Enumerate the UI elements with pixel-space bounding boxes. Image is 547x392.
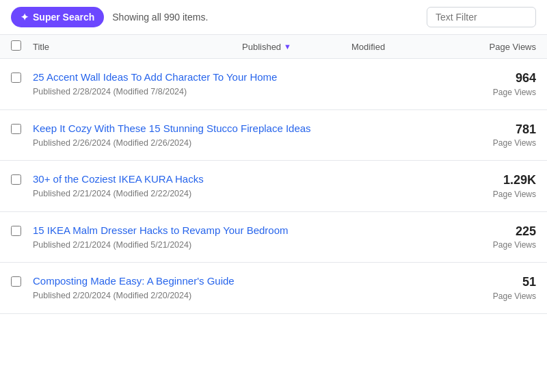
item-meta: Published 2/21/2024 (Modified 5/21/2024) — [33, 240, 191, 250]
pageviews-count: 51 — [461, 275, 536, 290]
pageviews-label: Page Views — [493, 190, 536, 199]
item-meta: Published 2/21/2024 (Modified 2/22/2024) — [33, 189, 191, 198]
pageviews-count: 225 — [461, 224, 536, 239]
table-header: Title Published ▼ Modified Page Views — [0, 35, 547, 59]
header-check-col — [11, 40, 33, 53]
list-item: Keep It Cozy With These 15 Stunning Stuc… — [0, 110, 547, 161]
item-checkbox-col — [11, 275, 33, 289]
item-title-link[interactable]: Keep It Cozy With These 15 Stunning Stuc… — [33, 122, 461, 134]
header-modified: Modified — [351, 42, 461, 52]
super-search-label: Super Search — [33, 12, 94, 23]
text-filter-input[interactable] — [427, 7, 536, 27]
header-pageviews: Page Views — [461, 42, 536, 52]
item-checkbox-col — [11, 71, 33, 85]
item-checkbox[interactable] — [11, 276, 21, 287]
item-checkbox[interactable] — [11, 226, 21, 236]
item-meta: Published 2/26/2024 (Modified 2/26/2024) — [33, 138, 191, 148]
header-title: Title — [33, 42, 242, 52]
item-checkbox-col — [11, 224, 33, 238]
item-title-link[interactable]: Composting Made Easy: A Beginner's Guide — [33, 275, 461, 287]
item-content: 30+ of the Coziest IKEA KURA Hacks Publi… — [33, 173, 461, 198]
item-checkbox[interactable] — [11, 174, 21, 185]
item-pageviews: 51 Page Views — [461, 275, 536, 301]
item-pageviews: 225 Page Views — [461, 224, 536, 250]
item-content: Composting Made Easy: A Beginner's Guide… — [33, 275, 461, 300]
item-content: 25 Accent Wall Ideas To Add Character To… — [33, 71, 461, 96]
item-content: Keep It Cozy With These 15 Stunning Stuc… — [33, 122, 461, 148]
pageviews-label: Page Views — [493, 291, 536, 301]
items-list: 25 Accent Wall Ideas To Add Character To… — [0, 59, 547, 314]
pageviews-label: Page Views — [493, 88, 536, 97]
item-meta: Published 2/20/2024 (Modified 2/20/2024) — [33, 291, 191, 300]
item-checkbox-col — [11, 122, 33, 136]
pageviews-label: Page Views — [493, 138, 536, 148]
item-pageviews: 964 Page Views — [461, 71, 536, 97]
header-published[interactable]: Published ▼ — [242, 42, 351, 52]
pageviews-count: 781 — [461, 122, 536, 138]
item-checkbox[interactable] — [11, 124, 21, 134]
item-title-link[interactable]: 30+ of the Coziest IKEA KURA Hacks — [33, 173, 461, 185]
item-pageviews: 1.29K Page Views — [461, 173, 536, 199]
item-title-link[interactable]: 15 IKEA Malm Dresser Hacks to Revamp You… — [33, 224, 461, 236]
item-pageviews: 781 Page Views — [461, 122, 536, 148]
list-item: 15 IKEA Malm Dresser Hacks to Revamp You… — [0, 212, 547, 263]
sparkle-icon: ✦ — [21, 12, 29, 23]
item-meta: Published 2/28/2024 (Modified 7/8/2024) — [33, 87, 187, 96]
item-title-link[interactable]: 25 Accent Wall Ideas To Add Character To… — [33, 71, 461, 83]
item-checkbox-col — [11, 173, 33, 187]
list-item: 25 Accent Wall Ideas To Add Character To… — [0, 59, 547, 110]
list-item: 30+ of the Coziest IKEA KURA Hacks Publi… — [0, 161, 547, 212]
super-search-button[interactable]: ✦ Super Search — [11, 7, 104, 27]
item-content: 15 IKEA Malm Dresser Hacks to Revamp You… — [33, 224, 461, 250]
showing-count: Showing all 990 items. — [112, 12, 418, 23]
select-all-checkbox[interactable] — [11, 40, 21, 51]
toolbar: ✦ Super Search Showing all 990 items. — [0, 0, 547, 35]
pageviews-count: 964 — [461, 71, 536, 86]
sort-arrow-icon: ▼ — [284, 42, 291, 51]
item-checkbox[interactable] — [11, 73, 21, 83]
pageviews-label: Page Views — [493, 240, 536, 250]
pageviews-count: 1.29K — [461, 173, 536, 188]
list-item: Composting Made Easy: A Beginner's Guide… — [0, 263, 547, 314]
